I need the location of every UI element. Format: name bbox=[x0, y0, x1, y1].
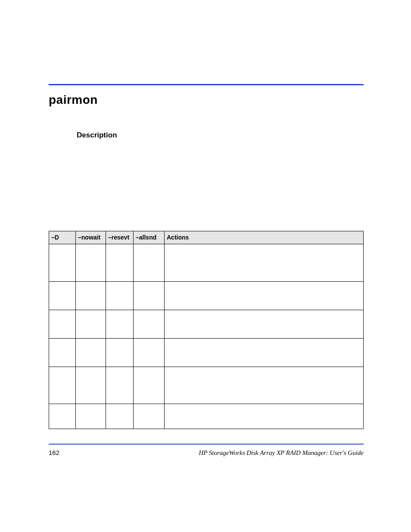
page-content: pairmon Description –D –nowait –resevt –… bbox=[0, 0, 411, 429]
col-header-resevt: –resevt bbox=[106, 231, 134, 244]
cell bbox=[134, 282, 165, 310]
cell bbox=[49, 244, 76, 282]
cell bbox=[49, 404, 76, 429]
book-title: HP StorageWorks Disk Array XP RAID Manag… bbox=[199, 449, 364, 457]
cell bbox=[49, 339, 76, 367]
cell bbox=[49, 310, 76, 339]
col-header-d: –D bbox=[49, 231, 76, 244]
options-table: –D –nowait –resevt –allsnd Actions bbox=[49, 231, 364, 429]
page-footer: 162 HP StorageWorks Disk Array XP RAID M… bbox=[49, 444, 364, 457]
cell bbox=[165, 282, 364, 310]
cell bbox=[76, 404, 106, 429]
cell bbox=[165, 367, 364, 404]
cell bbox=[106, 244, 134, 282]
cell bbox=[106, 282, 134, 310]
cell bbox=[106, 404, 134, 429]
table-row bbox=[49, 282, 364, 310]
footer-divider bbox=[49, 444, 364, 445]
table-row bbox=[49, 404, 364, 429]
cell bbox=[134, 339, 165, 367]
cell bbox=[76, 310, 106, 339]
cell bbox=[134, 310, 165, 339]
top-divider bbox=[49, 84, 364, 85]
col-header-actions: Actions bbox=[165, 231, 364, 244]
description-heading: Description bbox=[77, 131, 364, 140]
table-row bbox=[49, 367, 364, 404]
cell bbox=[165, 244, 364, 282]
cell bbox=[106, 310, 134, 339]
cell bbox=[134, 244, 165, 282]
footer-row: 162 HP StorageWorks Disk Array XP RAID M… bbox=[49, 449, 364, 457]
cell bbox=[165, 404, 364, 429]
cell bbox=[134, 404, 165, 429]
options-table-wrap: –D –nowait –resevt –allsnd Actions bbox=[49, 231, 364, 429]
cell bbox=[76, 339, 106, 367]
cell bbox=[134, 367, 165, 404]
col-header-allsnd: –allsnd bbox=[134, 231, 165, 244]
cell bbox=[165, 310, 364, 339]
cell bbox=[76, 244, 106, 282]
cell bbox=[165, 339, 364, 367]
cell bbox=[76, 282, 106, 310]
cell bbox=[49, 367, 76, 404]
table-header-row: –D –nowait –resevt –allsnd Actions bbox=[49, 231, 364, 244]
cell bbox=[106, 339, 134, 367]
page-number: 162 bbox=[49, 449, 59, 456]
page-title: pairmon bbox=[49, 93, 364, 107]
cell bbox=[76, 367, 106, 404]
table-row bbox=[49, 244, 364, 282]
table-row bbox=[49, 339, 364, 367]
cell bbox=[106, 367, 134, 404]
table-row bbox=[49, 310, 364, 339]
col-header-nowait: –nowait bbox=[76, 231, 106, 244]
cell bbox=[49, 282, 76, 310]
